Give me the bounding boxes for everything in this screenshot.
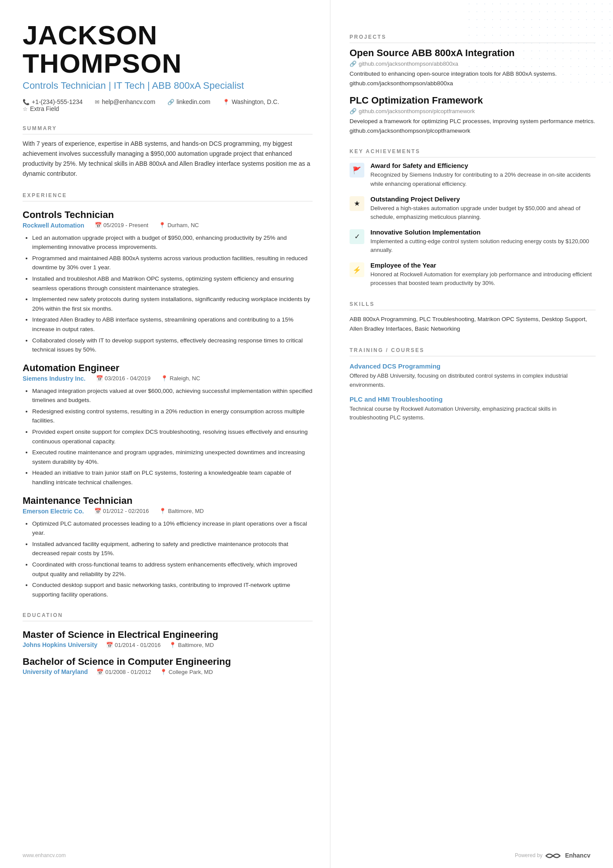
projects-label: PROJECTS [350, 34, 596, 43]
achievements-label: KEY ACHIEVEMENTS [350, 148, 596, 158]
calendar-icon: 📅 [97, 669, 103, 675]
achievement-1-content: Award for Safety and Efficiency Recogniz… [370, 162, 596, 188]
achievements-section: KEY ACHIEVEMENTS 🚩 Award for Safety and … [350, 148, 596, 288]
project-1-title: Open Source ABB 800xA Integration [350, 47, 596, 59]
achievement-1-icon-wrap: 🚩 [350, 163, 364, 178]
achievement-4-icon-wrap: ⚡ [350, 262, 364, 277]
bullet-item: Programmed and maintained ABB 800xA syst… [32, 254, 313, 272]
achievement-2-icon-wrap: ★ [350, 196, 364, 211]
achievement-1: 🚩 Award for Safety and Efficiency Recogn… [350, 162, 596, 188]
achievement-1-desc: Recognized by Siemens Industry for contr… [370, 171, 596, 188]
edu-1-meta: Johns Hopkins University 📅 01/2014 - 01/… [23, 641, 313, 648]
education-label: EDUCATION [23, 612, 313, 621]
training-1-desc: Offered by ABB University, focusing on d… [350, 372, 596, 389]
brand-name: Enhancv [565, 852, 590, 859]
achievement-4-title: Employee of the Year [370, 261, 596, 269]
job-1-bullets: Led an automation upgrade project with a… [23, 233, 313, 355]
edu-2-location: 📍 College Park, MD [160, 669, 213, 675]
project-1-desc: Contributed to enhancing open-source int… [350, 69, 596, 88]
experience-section: EXPERIENCE Controls Technician Rockwell … [23, 192, 313, 600]
edu-2-meta: University of Maryland 📅 01/2008 - 01/20… [23, 668, 313, 675]
location-icon: 📍 [223, 99, 230, 105]
achievement-3: ✓ Innovative Solution Implementation Imp… [350, 228, 596, 255]
bullet-item: Provided expert onsite support for compl… [32, 427, 313, 446]
education-section: EDUCATION Master of Science in Electrica… [23, 612, 313, 675]
training-1-title: Advanced DCS Programming [350, 362, 596, 370]
training-2: PLC and HMI Troubleshooting Technical co… [350, 395, 596, 422]
achievement-3-content: Innovative Solution Implementation Imple… [370, 228, 596, 255]
achievement-2-content: Outstanding Project Delivery Delivered a… [370, 195, 596, 221]
job-3-bullets: Optimized PLC automated processes leadin… [23, 519, 313, 600]
contact-linkedin: 🔗 linkedin.com [167, 98, 210, 105]
powered-by-text: Powered by [515, 852, 542, 858]
pin-icon: 📍 [169, 642, 176, 648]
job-3-company: Emerson Electric Co. [23, 508, 84, 515]
link-icon: 🔗 [350, 60, 356, 67]
skills-text: ABB 800xA Programming, PLC Troubleshooti… [350, 315, 596, 335]
job-1-location: 📍 Durham, NC [159, 222, 199, 228]
job-2-bullets: Managed integration projects valued at o… [23, 386, 313, 487]
experience-label: EXPERIENCE [23, 192, 313, 201]
edu-2-school: University of Maryland [23, 668, 88, 675]
project-1: Open Source ABB 800xA Integration 🔗 gith… [350, 47, 596, 88]
achievement-4: ⚡ Employee of the Year Honored at Rockwe… [350, 261, 596, 288]
edu-1-date: 📅 01/2014 - 01/2016 [106, 642, 161, 648]
achievement-2: ★ Outstanding Project Delivery Delivered… [350, 195, 596, 221]
job-2-company: Siemens Industry Inc. [23, 375, 86, 382]
footer-website: www.enhancv.com [23, 852, 66, 858]
link-icon: 🔗 [167, 99, 174, 105]
edu-1: Master of Science in Electrical Engineer… [23, 629, 313, 648]
header-title: Controls Technician | IT Tech | ABB 800x… [23, 80, 313, 91]
job-2-date: 📅 03/2016 - 04/2019 [96, 375, 151, 382]
pin-icon: 📍 [159, 222, 166, 228]
edu-2-degree: Bachelor of Science in Computer Engineer… [23, 656, 313, 667]
pin-icon: 📍 [161, 375, 168, 382]
job-2-title: Automation Engineer [23, 362, 313, 374]
contact-location: 📍 Washington, D.C. [223, 98, 279, 105]
edu-2-date: 📅 01/2008 - 01/2012 [97, 669, 151, 675]
training-2-title: PLC and HMI Troubleshooting [350, 395, 596, 403]
edu-1-location: 📍 Baltimore, MD [169, 642, 213, 648]
projects-section: PROJECTS Open Source ABB 800xA Integrati… [350, 34, 596, 135]
summary-label: SUMMARY [23, 125, 313, 134]
job-1-meta: Rockwell Automation 📅 05/2019 - Present … [23, 222, 313, 229]
project-2: PLC Optimization Framework 🔗 github.com/… [350, 95, 596, 135]
email-icon: ✉ [95, 99, 100, 105]
bullet-item: Optimized PLC automated processes leadin… [32, 519, 313, 538]
calendar-icon: 📅 [95, 222, 102, 228]
training-label: TRAINING / COURSES [350, 347, 596, 356]
achievement-2-desc: Delivered a high-stakes automation upgra… [370, 204, 596, 221]
job-2-meta: Siemens Industry Inc. 📅 03/2016 - 04/201… [23, 375, 313, 382]
bullet-item: Executed routine maintenance and program… [32, 448, 313, 466]
header-name: JACKSON THOMPSON [23, 21, 313, 77]
contact-phone: 📞 +1-(234)-555-1234 [23, 98, 83, 105]
achievement-1-title: Award for Safety and Efficiency [370, 162, 596, 169]
link-icon: 🔗 [350, 108, 356, 114]
job-3-meta: Emerson Electric Co. 📅 01/2012 - 02/2016… [23, 508, 313, 515]
bullet-item: Redesigned existing control systems, res… [32, 407, 313, 426]
bullet-item: Conducted desktop support and basic netw… [32, 580, 313, 599]
bullet-item: Managed integration projects valued at o… [32, 386, 313, 405]
footer: www.enhancv.com Powered by Enhancv [0, 851, 613, 860]
bullet-item: Coordinated with cross-functional teams … [32, 560, 313, 579]
flag-icon: 🚩 [353, 166, 361, 174]
achievement-2-title: Outstanding Project Delivery [370, 195, 596, 203]
contact-row: 📞 +1-(234)-555-1234 ✉ help@enhancv.com 🔗… [23, 98, 313, 112]
bullet-item: Installed advanced facility equipment, a… [32, 540, 313, 558]
pin-icon: 📍 [160, 669, 167, 675]
bolt-icon: ⚡ [353, 266, 361, 274]
training-2-desc: Technical course by Rockwell Automation … [350, 405, 596, 422]
contact-extra: ☆ Extra Field [23, 105, 59, 112]
summary-section: SUMMARY With 7 years of experience, expe… [23, 125, 313, 179]
project-2-desc: Developed a framework for optimizing PLC… [350, 117, 596, 135]
pin-icon: 📍 [159, 508, 166, 514]
summary-text: With 7 years of experience, expertise in… [23, 139, 313, 179]
job-1-date: 📅 05/2019 - Present [95, 222, 148, 228]
job-3-title: Maintenance Technician [23, 495, 313, 506]
job-2: Automation Engineer Siemens Industry Inc… [23, 362, 313, 487]
bullet-item: Headed an initiative to train junior sta… [32, 468, 313, 487]
project-2-title: PLC Optimization Framework [350, 95, 596, 106]
job-3-location: 📍 Baltimore, MD [159, 508, 203, 514]
footer-brand: Powered by Enhancv [515, 851, 590, 860]
bullet-item: Integrated Allen Bradley to ABB interfac… [32, 315, 313, 334]
